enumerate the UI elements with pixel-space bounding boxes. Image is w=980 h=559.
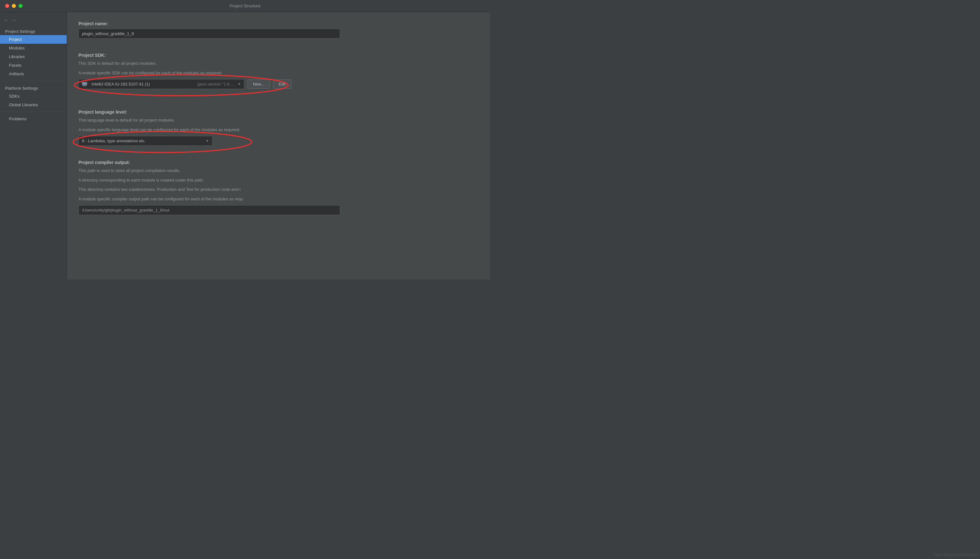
content-area: Project name: Project SDK: This SDK is d…: [67, 12, 490, 280]
sdk-dropdown-secondary-text: (java version "1.8....: [196, 82, 234, 86]
project-lang-section: Project language level: This language le…: [78, 109, 479, 152]
project-compiler-desc2: A directory corresponding to each module…: [78, 177, 479, 184]
minimize-button[interactable]: [12, 4, 16, 8]
svg-rect-1: [82, 82, 87, 85]
sidebar-item-modules[interactable]: Modules: [0, 44, 67, 52]
sdk-icon: [82, 82, 87, 86]
sidebar-item-sdks[interactable]: SDKs: [0, 92, 67, 101]
project-name-section: Project name:: [78, 21, 479, 45]
sidebar-divider: [0, 81, 67, 81]
project-compiler-section: Project compiler output: This path is us…: [78, 160, 479, 215]
close-button[interactable]: [5, 4, 9, 8]
sdk-dropdown-arrow-icon: ▼: [238, 82, 241, 86]
svg-rect-2: [83, 86, 86, 86]
sdk-row-wrapper: IntelliJ IDEA IU-182.5107.41 (1) (java v…: [78, 79, 291, 95]
project-lang-desc1: This language level is default for all p…: [78, 117, 479, 124]
sidebar-divider-2: [0, 112, 67, 112]
sidebar-item-project[interactable]: Project: [0, 35, 67, 44]
sidebar-nav: ← →: [0, 16, 67, 27]
nav-back-button[interactable]: ←: [4, 17, 9, 23]
main-layout: ← → Project Settings Project Modules Lib…: [0, 12, 490, 280]
project-name-input[interactable]: [78, 29, 340, 39]
project-sdk-desc2: A module specific SDK can be configured …: [78, 70, 479, 76]
title-bar: Project Structure: [0, 0, 490, 12]
sidebar-item-global-libraries[interactable]: Global Libraries: [0, 101, 67, 109]
sidebar-item-problems[interactable]: Problems: [0, 114, 67, 123]
lang-row-wrapper: 8 - Lambdas, type annotations etc. ▼: [78, 136, 212, 146]
project-sdk-label: Project SDK:: [78, 53, 479, 58]
sidebar-item-libraries[interactable]: Libraries: [0, 52, 67, 61]
sidebar: ← → Project Settings Project Modules Lib…: [0, 12, 67, 280]
project-compiler-desc1: This path is used to store all project c…: [78, 167, 479, 174]
project-sdk-desc1: This SDK is default for all project modu…: [78, 60, 479, 67]
project-compiler-label: Project compiler output:: [78, 160, 479, 165]
project-compiler-desc3: This directory contains two subdirectori…: [78, 186, 479, 193]
sidebar-item-facets[interactable]: Facets: [0, 61, 67, 69]
project-name-label: Project name:: [78, 21, 479, 26]
lang-dropdown[interactable]: 8 - Lambdas, type annotations etc. ▼: [78, 136, 212, 146]
project-settings-header: Project Settings: [0, 27, 67, 35]
lang-dropdown-arrow-icon: ▼: [206, 139, 209, 142]
project-compiler-desc4: A module specific compiler output path c…: [78, 196, 479, 202]
maximize-button[interactable]: [18, 4, 23, 8]
window-title: Project Structure: [230, 3, 261, 8]
sdk-dropdown-main-text: IntelliJ IDEA IU-182.5107.41 (1): [92, 82, 193, 86]
project-sdk-section: Project SDK: This SDK is default for all…: [78, 53, 479, 102]
platform-settings-header: Platform Settings: [0, 84, 67, 92]
project-lang-label: Project language level:: [78, 109, 479, 114]
sdk-new-button[interactable]: New...: [248, 79, 270, 89]
sdk-edit-button[interactable]: Edit: [273, 79, 291, 89]
sdk-row: IntelliJ IDEA IU-182.5107.41 (1) (java v…: [78, 79, 291, 89]
sidebar-item-artifacts[interactable]: Artifacts: [0, 69, 67, 78]
lang-dropdown-text: 8 - Lambdas, type annotations etc.: [82, 139, 205, 143]
window-controls: [5, 4, 23, 8]
sdk-dropdown[interactable]: IntelliJ IDEA IU-182.5107.41 (1) (java v…: [78, 79, 245, 89]
project-lang-desc2: A module specific language level can be …: [78, 127, 479, 133]
output-path-input[interactable]: [78, 205, 340, 215]
nav-forward-button[interactable]: →: [12, 17, 17, 23]
